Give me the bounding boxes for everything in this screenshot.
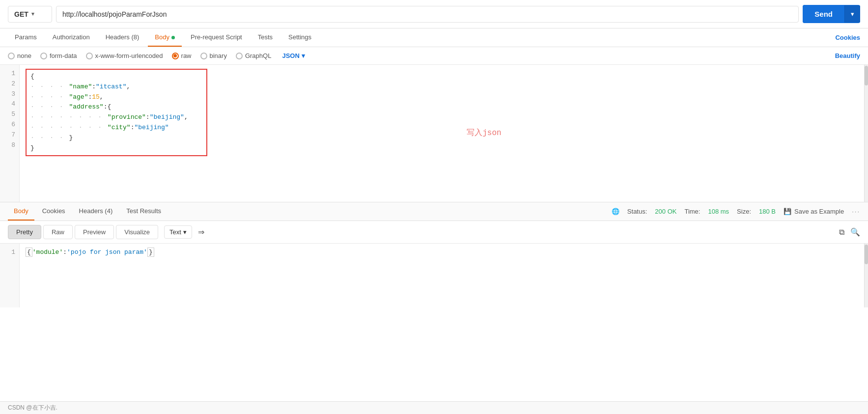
line-num-3: 3 [0,89,19,100]
response-tabs-row: Body Cookies Headers (4) Test Results 🌐 … [0,202,868,221]
method-select[interactable]: GET ▾ [8,6,52,23]
fmt-raw[interactable]: Raw [43,225,73,239]
save-example-button[interactable]: 💾 Save as Example [784,208,844,215]
fmt-visualize[interactable]: Visualize [116,225,158,239]
resp-line-numbers: 1 [0,244,20,307]
tab-params[interactable]: Params [8,28,44,47]
resp-scrollbar[interactable] [864,244,868,307]
option-binary[interactable]: binary [200,52,227,59]
resp-scrollbar-thumb [865,245,868,264]
resp-brace-open: { [26,248,32,257]
resp-tab-body[interactable]: Body [8,202,34,221]
tab-tests[interactable]: Tests [251,28,280,47]
tab-pre-request[interactable]: Pre-request Script [184,28,249,47]
url-input[interactable] [56,6,799,23]
radio-binary [200,53,207,59]
option-urlencoded[interactable]: x-www-form-urlencoded [86,52,163,59]
resp-tab-test-results[interactable]: Test Results [120,202,167,221]
status-value: 200 OK [655,208,676,215]
response-format-row: Pretty Raw Preview Visualize Text ▾ ⇒ ⧉ … [0,221,868,244]
line-numbers: 1 2 3 4 5 6 7 8 [0,65,20,202]
resp-brace-close: } [147,248,154,257]
more-options-icon[interactable]: ··· [852,208,860,215]
response-body: 1 {'module':'pojo for json param'} [0,244,868,307]
radio-raw [172,53,179,59]
copy-icon[interactable]: ⧉ [839,228,844,237]
code-highlight-box: { · · · · "name":"itcast", · · · · "age"… [26,69,207,156]
tab-body-label: Body [155,33,169,41]
resp-line-num-1: 1 [0,248,19,258]
code-line-1: { [30,72,202,82]
code-line-5: · · · · · · · · "province":"beijing", [30,112,202,123]
response-status: 🌐 Status: 200 OK Time: 108 ms Size: 180 … [612,208,860,215]
code-line-6: · · · · · · · · "city":"beijing" [30,123,202,133]
resp-line-1: {'module':'pojo for json param'} [26,248,858,258]
line-num-5: 5 [0,110,19,120]
code-line-4: · · · · "address":{ [30,102,202,112]
method-label: GET [14,10,28,18]
editor-scrollbar[interactable] [864,65,868,202]
option-raw[interactable]: raw [172,52,192,59]
json-watermark: 写入json [467,127,501,140]
line-num-6: 6 [0,120,19,130]
time-label: Time: [684,208,700,215]
save-icon: 💾 [784,208,791,215]
footer: CSDN @在下小吉. [0,401,868,414]
json-label: JSON [282,52,299,59]
footer-text: CSDN @在下小吉. [8,404,57,411]
resp-tab-headers[interactable]: Headers (4) [73,202,119,221]
status-label: Status: [627,208,647,215]
tab-body[interactable]: Body [148,28,182,47]
body-dot [171,36,175,39]
label-form-data: form-data [50,52,77,59]
wrap-lines-icon[interactable]: ⇒ [198,227,204,237]
label-graphql: GraphQL [245,52,271,59]
globe-icon: 🌐 [612,208,619,215]
label-none: none [17,52,31,59]
text-label: Text [169,228,181,236]
request-tabs: Params Authorization Headers (8) Body Pr… [0,28,868,47]
tab-headers[interactable]: Headers (8) [99,28,146,47]
response-tools: ⧉ 🔍 [839,227,860,237]
code-line-8: } [30,143,202,154]
text-type-dropdown[interactable]: Text ▾ [164,225,192,239]
radio-graphql [236,53,243,59]
line-num-4: 4 [0,99,19,110]
fmt-pretty[interactable]: Pretty [8,225,41,239]
label-raw: raw [181,52,192,59]
url-bar: GET ▾ Send ▾ [0,0,868,28]
code-line-2: · · · · "name":"itcast", [30,82,202,92]
json-type-dropdown[interactable]: JSON ▾ [282,52,305,59]
radio-form-data [40,53,47,59]
option-none[interactable]: none [8,52,31,59]
line-num-2: 2 [0,79,19,89]
resp-code[interactable]: {'module':'pojo for json param'} [20,244,864,307]
json-arrow: ▾ [302,52,305,59]
code-line-3: · · · · "age":15, [30,92,202,103]
tab-authorization[interactable]: Authorization [46,28,97,47]
radio-none [8,53,15,59]
send-button-group: Send ▾ [803,5,860,23]
beautify-button[interactable]: Beautify [835,52,860,59]
editor-scrollbar-thumb [865,66,868,85]
line-num-8: 8 [0,140,19,151]
resp-val-module: 'pojo for json param' [67,248,147,256]
code-line-7: · · · · } [30,133,202,143]
code-editor[interactable]: { · · · · "name":"itcast", · · · · "age"… [20,65,864,202]
fmt-preview[interactable]: Preview [75,225,114,239]
size-label: Size: [737,208,751,215]
option-form-data[interactable]: form-data [40,52,77,59]
size-value: 180 B [759,208,776,215]
resp-tab-cookies[interactable]: Cookies [36,202,71,221]
cookies-link[interactable]: Cookies [835,29,860,46]
search-icon[interactable]: 🔍 [850,227,860,237]
tab-settings[interactable]: Settings [281,28,318,47]
send-button[interactable]: Send [803,5,844,23]
request-editor: 1 2 3 4 5 6 7 8 { · · · · "name":"itcast… [0,65,868,202]
label-urlencoded: x-www-form-urlencoded [95,52,163,59]
option-graphql[interactable]: GraphQL [236,52,271,59]
radio-urlencoded [86,53,93,59]
send-dropdown-button[interactable]: ▾ [844,5,860,23]
line-num-1: 1 [0,69,19,79]
time-value: 108 ms [708,208,729,215]
